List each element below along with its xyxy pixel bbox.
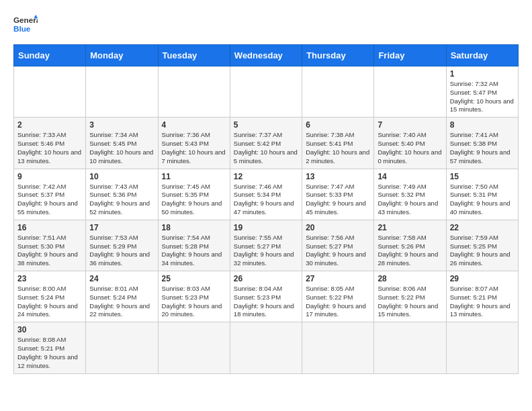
day-info: Sunrise: 7:47 AM Sunset: 5:33 PM Dayligh… xyxy=(306,183,370,217)
calendar-cell: 14Sunrise: 7:49 AM Sunset: 5:32 PM Dayli… xyxy=(374,169,446,220)
calendar-cell xyxy=(374,322,446,373)
day-info: Sunrise: 8:03 AM Sunset: 5:23 PM Dayligh… xyxy=(162,285,226,319)
calendar-cell: 4Sunrise: 7:36 AM Sunset: 5:43 PM Daylig… xyxy=(158,118,230,169)
calendar-cell: 12Sunrise: 7:46 AM Sunset: 5:34 PM Dayli… xyxy=(230,169,302,220)
calendar-cell: 7Sunrise: 7:40 AM Sunset: 5:40 PM Daylig… xyxy=(374,118,446,169)
day-info: Sunrise: 8:00 AM Sunset: 5:24 PM Dayligh… xyxy=(17,285,82,319)
weekday-header-wednesday: Wednesday xyxy=(230,45,302,66)
day-number: 8 xyxy=(450,120,515,130)
calendar-cell xyxy=(158,66,230,118)
page-header: General Blue xyxy=(13,13,519,38)
day-info: Sunrise: 7:54 AM Sunset: 5:28 PM Dayligh… xyxy=(162,234,226,268)
calendar-cell: 10Sunrise: 7:43 AM Sunset: 5:36 PM Dayli… xyxy=(86,169,158,220)
calendar-cell xyxy=(446,322,518,373)
calendar-week-row: 30Sunrise: 8:08 AM Sunset: 5:21 PM Dayli… xyxy=(14,322,519,373)
calendar-cell: 20Sunrise: 7:56 AM Sunset: 5:27 PM Dayli… xyxy=(302,220,374,271)
calendar-cell: 9Sunrise: 7:42 AM Sunset: 5:37 PM Daylig… xyxy=(14,169,86,220)
weekday-header-tuesday: Tuesday xyxy=(158,45,230,66)
calendar-week-row: 1Sunrise: 7:32 AM Sunset: 5:47 PM Daylig… xyxy=(14,66,519,118)
day-number: 26 xyxy=(234,274,298,283)
day-number: 30 xyxy=(17,325,82,334)
day-number: 27 xyxy=(306,274,370,283)
day-info: Sunrise: 7:49 AM Sunset: 5:32 PM Dayligh… xyxy=(378,183,442,217)
weekday-header-row: SundayMondayTuesdayWednesdayThursdayFrid… xyxy=(14,45,519,66)
calendar-cell: 18Sunrise: 7:54 AM Sunset: 5:28 PM Dayli… xyxy=(158,220,230,271)
calendar-table: SundayMondayTuesdayWednesdayThursdayFrid… xyxy=(13,44,519,374)
day-number: 1 xyxy=(450,69,515,79)
day-info: Sunrise: 8:04 AM Sunset: 5:23 PM Dayligh… xyxy=(234,285,298,319)
day-number: 28 xyxy=(378,274,442,283)
calendar-cell: 1Sunrise: 7:32 AM Sunset: 5:47 PM Daylig… xyxy=(446,66,518,118)
day-number: 20 xyxy=(306,223,370,232)
calendar-cell: 15Sunrise: 7:50 AM Sunset: 5:31 PM Dayli… xyxy=(446,169,518,220)
day-info: Sunrise: 7:38 AM Sunset: 5:41 PM Dayligh… xyxy=(306,131,370,165)
calendar-cell: 11Sunrise: 7:45 AM Sunset: 5:35 PM Dayli… xyxy=(158,169,230,220)
day-info: Sunrise: 7:59 AM Sunset: 5:25 PM Dayligh… xyxy=(450,234,515,268)
day-info: Sunrise: 7:42 AM Sunset: 5:37 PM Dayligh… xyxy=(17,183,82,217)
day-number: 18 xyxy=(162,223,226,232)
calendar-cell xyxy=(230,322,302,373)
day-info: Sunrise: 7:46 AM Sunset: 5:34 PM Dayligh… xyxy=(234,183,298,217)
calendar-cell: 5Sunrise: 7:37 AM Sunset: 5:42 PM Daylig… xyxy=(230,118,302,169)
day-info: Sunrise: 7:50 AM Sunset: 5:31 PM Dayligh… xyxy=(450,183,515,217)
day-info: Sunrise: 8:08 AM Sunset: 5:21 PM Dayligh… xyxy=(17,336,82,370)
day-info: Sunrise: 8:05 AM Sunset: 5:22 PM Dayligh… xyxy=(306,285,370,319)
logo-icon: General Blue xyxy=(13,13,38,38)
logo: General Blue xyxy=(13,13,40,38)
day-info: Sunrise: 7:51 AM Sunset: 5:30 PM Dayligh… xyxy=(17,234,82,268)
day-number: 9 xyxy=(17,172,82,181)
day-info: Sunrise: 7:45 AM Sunset: 5:35 PM Dayligh… xyxy=(162,183,226,217)
calendar-cell: 27Sunrise: 8:05 AM Sunset: 5:22 PM Dayli… xyxy=(302,271,374,322)
day-info: Sunrise: 7:32 AM Sunset: 5:47 PM Dayligh… xyxy=(450,80,515,114)
calendar-week-row: 9Sunrise: 7:42 AM Sunset: 5:37 PM Daylig… xyxy=(14,169,519,220)
day-number: 10 xyxy=(89,172,154,181)
day-info: Sunrise: 7:34 AM Sunset: 5:45 PM Dayligh… xyxy=(89,131,154,165)
day-number: 19 xyxy=(234,223,298,232)
calendar-cell xyxy=(86,66,158,118)
calendar-cell: 19Sunrise: 7:55 AM Sunset: 5:27 PM Dayli… xyxy=(230,220,302,271)
calendar-cell: 21Sunrise: 7:58 AM Sunset: 5:26 PM Dayli… xyxy=(374,220,446,271)
day-info: Sunrise: 7:33 AM Sunset: 5:46 PM Dayligh… xyxy=(17,131,82,165)
weekday-header-saturday: Saturday xyxy=(446,45,518,66)
day-number: 23 xyxy=(17,274,82,283)
calendar-cell: 17Sunrise: 7:53 AM Sunset: 5:29 PM Dayli… xyxy=(86,220,158,271)
day-number: 14 xyxy=(378,172,442,181)
calendar-cell: 28Sunrise: 8:06 AM Sunset: 5:22 PM Dayli… xyxy=(374,271,446,322)
day-number: 25 xyxy=(162,274,226,283)
day-number: 11 xyxy=(162,172,226,181)
calendar-cell: 13Sunrise: 7:47 AM Sunset: 5:33 PM Dayli… xyxy=(302,169,374,220)
calendar-cell: 6Sunrise: 7:38 AM Sunset: 5:41 PM Daylig… xyxy=(302,118,374,169)
calendar-week-row: 16Sunrise: 7:51 AM Sunset: 5:30 PM Dayli… xyxy=(14,220,519,271)
day-number: 6 xyxy=(306,120,370,130)
calendar-cell: 29Sunrise: 8:07 AM Sunset: 5:21 PM Dayli… xyxy=(446,271,518,322)
svg-text:General: General xyxy=(13,15,38,24)
day-number: 15 xyxy=(450,172,515,181)
day-info: Sunrise: 7:55 AM Sunset: 5:27 PM Dayligh… xyxy=(234,234,298,268)
day-number: 24 xyxy=(89,274,154,283)
calendar-cell xyxy=(302,322,374,373)
calendar-cell: 25Sunrise: 8:03 AM Sunset: 5:23 PM Dayli… xyxy=(158,271,230,322)
day-number: 12 xyxy=(234,172,298,181)
day-number: 4 xyxy=(162,120,226,130)
weekday-header-friday: Friday xyxy=(374,45,446,66)
day-info: Sunrise: 7:56 AM Sunset: 5:27 PM Dayligh… xyxy=(306,234,370,268)
calendar-cell: 26Sunrise: 8:04 AM Sunset: 5:23 PM Dayli… xyxy=(230,271,302,322)
day-number: 29 xyxy=(450,274,515,283)
calendar-cell xyxy=(158,322,230,373)
calendar-cell: 23Sunrise: 8:00 AM Sunset: 5:24 PM Dayli… xyxy=(14,271,86,322)
calendar-cell xyxy=(14,66,86,118)
day-info: Sunrise: 7:36 AM Sunset: 5:43 PM Dayligh… xyxy=(162,131,226,165)
day-number: 7 xyxy=(378,120,442,130)
day-number: 3 xyxy=(89,120,154,130)
calendar-week-row: 23Sunrise: 8:00 AM Sunset: 5:24 PM Dayli… xyxy=(14,271,519,322)
day-info: Sunrise: 7:58 AM Sunset: 5:26 PM Dayligh… xyxy=(378,234,442,268)
calendar-cell: 8Sunrise: 7:41 AM Sunset: 5:38 PM Daylig… xyxy=(446,118,518,169)
svg-text:Blue: Blue xyxy=(13,24,31,33)
day-number: 21 xyxy=(378,223,442,232)
day-info: Sunrise: 7:37 AM Sunset: 5:42 PM Dayligh… xyxy=(234,131,298,165)
day-number: 22 xyxy=(450,223,515,232)
day-info: Sunrise: 7:41 AM Sunset: 5:38 PM Dayligh… xyxy=(450,131,515,165)
weekday-header-thursday: Thursday xyxy=(302,45,374,66)
calendar-cell xyxy=(230,66,302,118)
day-info: Sunrise: 8:07 AM Sunset: 5:21 PM Dayligh… xyxy=(450,285,515,319)
